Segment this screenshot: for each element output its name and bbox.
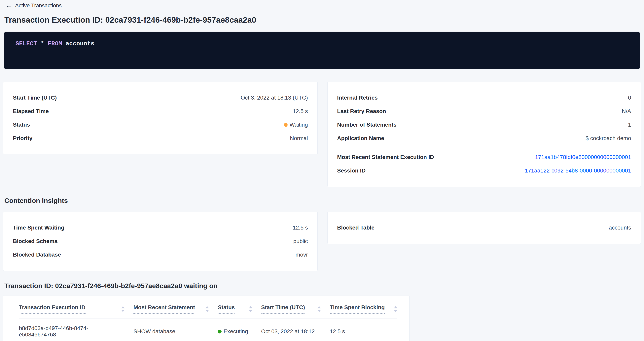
contention-insights-heading: Contention Insights (4, 197, 641, 205)
sql-star: * (40, 40, 44, 47)
internal-retries-label: Internal Retries (337, 95, 378, 101)
page-title: Transaction Execution ID: 02ca7931-f246-… (4, 15, 641, 24)
statement-execution-id-link[interactable]: 171aa1b478fdf0e80000000000000001 (535, 154, 631, 160)
priority-value: Normal (290, 135, 308, 141)
blocked-database-value: movr (296, 252, 308, 258)
sort-icon[interactable] (249, 306, 252, 312)
status-label: Status (13, 122, 30, 128)
status-row: Status Waiting (13, 118, 308, 132)
column-header-status[interactable]: Status (218, 304, 261, 319)
breadcrumb-label: Active Transactions (15, 2, 62, 9)
blocked-schema-value: public (293, 238, 308, 244)
column-header-label: Status (218, 304, 235, 314)
blocked-table-row: Blocked Table accounts (337, 221, 631, 235)
cell-status: Executing (218, 319, 261, 341)
column-header-label: Transaction Execution ID (19, 304, 86, 314)
arrow-left-icon: ← (6, 2, 12, 9)
status-value-cell: Waiting (284, 122, 308, 128)
sort-icon[interactable] (206, 306, 209, 312)
summary-cards-row: Start Time (UTC) Oct 3, 2022 at 18:13 (U… (3, 82, 641, 187)
overview-card: Start Time (UTC) Oct 3, 2022 at 18:13 (U… (3, 82, 318, 154)
sql-table-name: accounts (66, 40, 94, 47)
cell-time-spent-blocking: 12.5 s (330, 319, 398, 341)
session-id-row: Session ID 171aa122-c092-54b8-0000-00000… (337, 164, 631, 177)
session-id-link[interactable]: 171aa122-c092-54b8-0000-000000000001 (525, 168, 631, 174)
last-retry-reason-label: Last Retry Reason (337, 108, 386, 114)
column-header-label: Most Recent Statement (134, 304, 195, 314)
column-header-transaction-execution-id[interactable]: Transaction Execution ID (19, 304, 134, 319)
last-retry-reason-value: N/A (622, 108, 631, 114)
time-spent-waiting-row: Time Spent Waiting 12.5 s (13, 221, 308, 235)
internal-retries-row: Internal Retries 0 (337, 91, 631, 104)
sql-keyword-from: FROM (48, 40, 62, 47)
cell-transaction-execution-id: b8d7d03a-d497-446b-8474-e50846674768 (19, 319, 134, 341)
internal-retries-value: 0 (628, 95, 631, 101)
sql-statement-box: SELECT * FROM accounts (4, 31, 640, 69)
application-name-label: Application Name (337, 135, 384, 141)
cell-start-time: Oct 03, 2022 at 18:12 (261, 319, 330, 341)
waiting-status-dot-icon (284, 123, 288, 127)
statement-execution-id-label: Most Recent Statement Execution ID (337, 154, 434, 160)
blocked-schema-row: Blocked Schema public (13, 235, 308, 248)
sql-keyword-select: SELECT (16, 40, 37, 47)
contention-cards-row: Time Spent Waiting 12.5 s Blocked Schema… (3, 212, 641, 271)
details-card: Internal Retries 0 Last Retry Reason N/A… (327, 82, 641, 187)
column-header-label: Start Time (UTC) (261, 304, 305, 314)
elapsed-time-value: 12.5 s (293, 108, 308, 114)
waiting-on-table-card: Transaction Execution ID Most Recent Sta… (3, 295, 410, 341)
table-row: b8d7d03a-d497-446b-8474-e50846674768 SHO… (19, 319, 398, 341)
waiting-on-table-header: Transaction Execution ID Most Recent Sta… (19, 296, 398, 319)
status-value: Waiting (290, 122, 308, 128)
blocked-schema-label: Blocked Schema (13, 238, 58, 244)
contention-right-card: Blocked Table accounts (327, 212, 641, 244)
time-spent-waiting-label: Time Spent Waiting (13, 225, 64, 231)
card-divider (337, 148, 631, 148)
blocked-table-value: accounts (609, 225, 631, 231)
start-time-row: Start Time (UTC) Oct 3, 2022 at 18:13 (U… (13, 91, 308, 104)
cell-most-recent-statement: SHOW database (134, 319, 218, 341)
column-header-start-time[interactable]: Start Time (UTC) (261, 304, 330, 319)
column-header-time-spent-blocking[interactable]: Time Spent Blocking (330, 304, 398, 319)
priority-label: Priority (13, 135, 32, 141)
back-to-active-transactions[interactable]: ← Active Transactions (6, 0, 641, 9)
sort-icon[interactable] (394, 306, 398, 312)
last-retry-reason-row: Last Retry Reason N/A (337, 104, 631, 118)
blocked-database-label: Blocked Database (13, 252, 61, 258)
column-header-label: Time Spent Blocking (330, 304, 385, 314)
application-name-row: Application Name $ cockroach demo (337, 132, 631, 145)
blocked-table-label: Blocked Table (337, 225, 374, 231)
column-header-most-recent-statement[interactable]: Most Recent Statement (134, 304, 218, 319)
number-of-statements-value: 1 (628, 122, 631, 128)
blocked-database-row: Blocked Database movr (13, 248, 308, 262)
sort-icon[interactable] (318, 306, 321, 312)
time-spent-waiting-value: 12.5 s (293, 225, 308, 231)
sort-icon[interactable] (121, 306, 125, 312)
cell-status-text: Executing (224, 328, 248, 335)
transaction-details-page: ← Active Transactions Transaction Execut… (0, 0, 644, 341)
application-name-value: $ cockroach demo (586, 135, 631, 141)
executing-status-dot-icon (218, 330, 222, 334)
start-time-value: Oct 3, 2022 at 18:13 (UTC) (241, 95, 308, 101)
statement-execution-id-row: Most Recent Statement Execution ID 171aa… (337, 150, 631, 164)
elapsed-time-row: Elapsed Time 12.5 s (13, 104, 308, 118)
start-time-label: Start Time (UTC) (13, 95, 57, 101)
priority-row: Priority Normal (13, 132, 308, 145)
elapsed-time-label: Elapsed Time (13, 108, 49, 114)
session-id-label: Session ID (337, 168, 366, 174)
number-of-statements-row: Number of Statements 1 (337, 118, 631, 132)
number-of-statements-label: Number of Statements (337, 122, 396, 128)
waiting-on-heading: Transaction ID: 02ca7931-f246-469b-b2fe-… (4, 282, 641, 290)
contention-left-card: Time Spent Waiting 12.5 s Blocked Schema… (3, 212, 318, 271)
